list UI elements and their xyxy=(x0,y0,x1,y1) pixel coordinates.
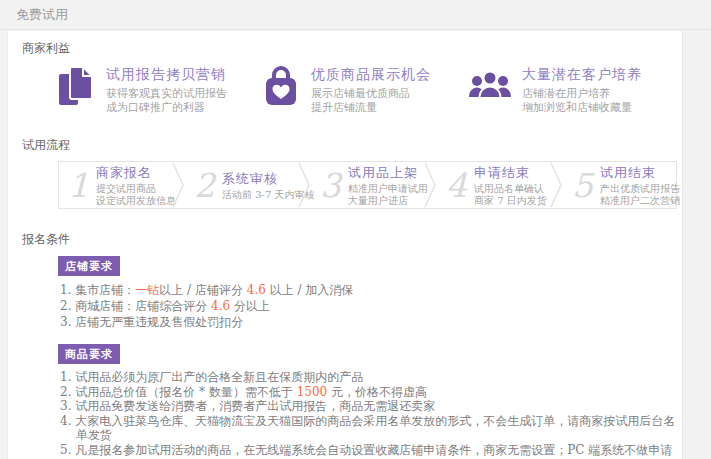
shop-rule-1: 1. 集市店铺：一钻以上 / 店铺评分 4.6 以上 / 加入消保 xyxy=(60,282,678,298)
bag-heart-icon xyxy=(263,65,301,107)
highlight-value: 4.6 xyxy=(247,283,266,297)
benefit-title: 大量潜在客户培养 xyxy=(522,66,642,84)
document-copy-icon xyxy=(58,65,96,107)
product-requirements-list: 1. 试用品必须为原厂出产的合格全新且在保质期内的产品 2. 试用品总价值（报名… xyxy=(60,370,678,459)
step-title: 试用结束 xyxy=(600,164,680,182)
highlight-value: 4.6 xyxy=(211,299,230,313)
page-title-bar: 免费试用 xyxy=(0,0,711,30)
chevron-right-icon xyxy=(424,162,437,208)
step-title: 试用品上架 xyxy=(348,164,428,182)
step-subtext: 提交试用商品 xyxy=(96,183,176,195)
step-title: 申请结束 xyxy=(474,164,547,182)
shop-rule-3: 3. 店铺无严重违规及售假处罚扣分 xyxy=(60,314,678,330)
shop-requirements-list: 1. 集市店铺：一钻以上 / 店铺评分 4.6 以上 / 加入消保 2. 商城店… xyxy=(60,282,678,330)
step-number: 5 xyxy=(572,169,593,202)
step-subtext: 试用品名单确认 xyxy=(474,183,547,195)
process-steps: 1 商家报名 提交试用商品 设定试用发放信息 2 系统审核 活动前 3-7 天内… xyxy=(58,161,677,209)
product-rule-2: 2. 试用品总价值（报名价 * 数量）需不低于 1500 元，价格不得虚高 xyxy=(60,385,678,400)
benefit-subtext: 店铺潜在用户培养 xyxy=(522,87,642,101)
highlight-value: 1500 xyxy=(297,385,328,399)
chevron-right-icon xyxy=(550,162,563,208)
step-subtext: 精准用户二次营销 xyxy=(600,195,680,207)
conditions-heading: 报名条件 xyxy=(22,231,682,248)
step-number: 2 xyxy=(194,169,215,202)
product-rule-5: 5. 凡是报名参加试用活动的商品，在无线端系统会自动设置收藏店铺申请条件，商家无… xyxy=(60,443,678,459)
process-step-1: 1 商家报名 提交试用商品 设定试用发放信息 xyxy=(59,164,172,207)
step-number: 3 xyxy=(320,169,341,202)
benefit-item: 试用报告拷贝营销 获得客观真实的试用报告 成为口碑推广的利器 xyxy=(58,65,263,115)
page-title: 免费试用 xyxy=(16,6,68,24)
highlight-value: 一钻 xyxy=(135,283,159,297)
step-subtext: 设定试用发放信息 xyxy=(96,195,176,207)
content-card: 商家利益 试用报告拷贝营销 获得客观真实的试用报告 成为口碑推广的利器 xyxy=(7,31,683,459)
shop-requirements-badge: 店铺要求 xyxy=(58,256,120,276)
chevron-right-icon xyxy=(298,162,311,208)
benefit-subtext: 成为口碑推广的利器 xyxy=(106,101,227,115)
product-rule-1: 1. 试用品必须为原厂出产的合格全新且在保质期内的产品 xyxy=(60,370,678,385)
benefit-item: 大量潜在客户培养 店铺潜在用户培养 增加浏览和店铺收藏量 xyxy=(468,65,642,115)
product-rule-3: 3. 试用品免费发送给消费者，消费者产出试用报告，商品无需退还卖家 xyxy=(60,399,678,414)
benefit-subtext: 展示店铺最优质商品 xyxy=(311,87,431,101)
process-step-2: 2 系统审核 活动前 3-7 天内审核 xyxy=(185,169,298,202)
users-group-icon xyxy=(468,65,512,107)
chevron-right-icon xyxy=(172,162,185,208)
benefit-subtext: 增加浏览和店铺收藏量 xyxy=(522,101,642,115)
step-subtext: 大量用户进店 xyxy=(348,195,428,207)
benefit-title: 优质商品展示机会 xyxy=(311,66,431,84)
product-requirements-badge: 商品要求 xyxy=(58,344,120,364)
step-number: 4 xyxy=(446,169,467,202)
step-title: 商家报名 xyxy=(96,164,176,182)
shop-rule-2: 2. 商城店铺：店铺综合评分 4.6 分以上 xyxy=(60,298,678,314)
product-rule-4: 4. 大家电入驻菜鸟仓库、天猫物流宝及天猫国际的商品会采用名单发放的形式，不会生… xyxy=(60,414,678,443)
process-step-3: 3 试用品上架 精准用户申请试用 大量用户进店 xyxy=(311,164,424,207)
step-number: 1 xyxy=(68,169,89,202)
benefit-subtext: 获得客观真实的试用报告 xyxy=(106,87,227,101)
benefits-heading: 商家利益 xyxy=(22,40,682,57)
benefit-item: 优质商品展示机会 展示店铺最优质商品 提升店铺流量 xyxy=(263,65,468,115)
process-step-5: 5 试用结束 产出优质试用报告 精准用户二次营销 xyxy=(563,164,676,207)
step-subtext: 产出优质试用报告 xyxy=(600,183,680,195)
step-subtext: 精准用户申请试用 xyxy=(348,183,428,195)
benefits-row: 试用报告拷贝营销 获得客观真实的试用报告 成为口碑推广的利器 优质商品展示机会 … xyxy=(58,65,682,115)
benefit-title: 试用报告拷贝营销 xyxy=(106,66,227,84)
benefit-subtext: 提升店铺流量 xyxy=(311,101,431,115)
step-subtext: 商家 7 日内发货 xyxy=(474,195,547,207)
process-heading: 试用流程 xyxy=(22,137,682,154)
process-step-4: 4 申请结束 试用品名单确认 商家 7 日内发货 xyxy=(437,164,550,207)
